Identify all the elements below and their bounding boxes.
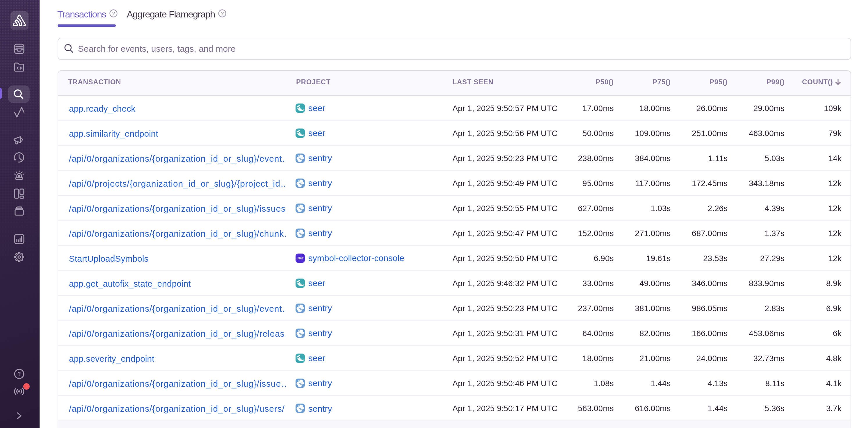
svg-text:?: ? xyxy=(112,10,115,16)
svg-text:?: ? xyxy=(17,370,21,376)
svg-text:.NET: .NET xyxy=(297,257,304,260)
svg-text:?: ? xyxy=(221,10,224,16)
